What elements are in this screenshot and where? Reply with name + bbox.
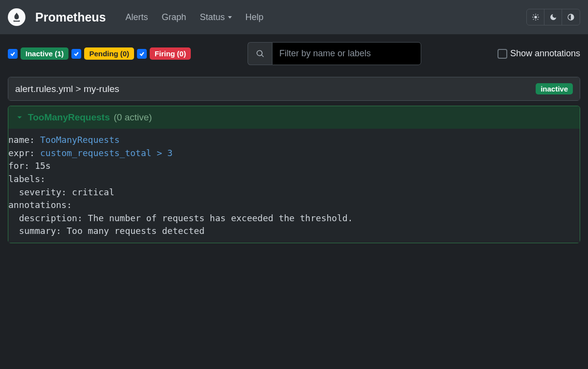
show-annotations-label: Show annotations: [510, 48, 580, 59]
alert-rule-count: (0 active): [114, 112, 152, 123]
sun-icon: [532, 13, 540, 21]
state-filter-toggles: Inactive (1) Pending (0) Firing (0): [8, 47, 191, 60]
content: Inactive (1) Pending (0) Firing (0) Show…: [0, 34, 588, 251]
firing-checkbox[interactable]: [137, 49, 147, 59]
firing-badge[interactable]: Firing (0): [150, 47, 191, 60]
rule-expr-link[interactable]: custom_requests_total > 3: [40, 148, 173, 158]
search-icon: [256, 49, 265, 58]
moon-icon: [549, 13, 557, 21]
theme-light-button[interactable]: [527, 9, 544, 25]
rule-group-path: alert.rules.yml > my-rules: [15, 84, 119, 94]
theme-auto-button[interactable]: [562, 9, 580, 25]
theme-dark-button[interactable]: [544, 9, 562, 25]
alert-rule-name: TooManyRequests: [28, 112, 110, 123]
nav-status[interactable]: Status: [200, 12, 232, 23]
nav-links: Alerts Graph Status Help: [125, 12, 526, 23]
controls-row: Inactive (1) Pending (0) Firing (0) Show…: [8, 42, 580, 65]
pending-checkbox[interactable]: [71, 49, 81, 59]
alert-rule-header[interactable]: TooManyRequests (0 active): [8, 106, 580, 129]
rule-group: alert.rules.yml > my-rules inactive: [8, 77, 580, 101]
search-icon-box: [248, 42, 272, 65]
rule-name-link[interactable]: TooManyRequests: [40, 135, 120, 145]
search-wrap: [248, 42, 421, 65]
chevron-down-icon: [15, 113, 24, 122]
alert-rule: TooManyRequests (0 active) name: TooMany…: [8, 106, 580, 243]
flame-icon: [11, 12, 22, 23]
prometheus-logo[interactable]: [8, 8, 25, 26]
nav-help[interactable]: Help: [246, 12, 264, 23]
show-annotations-checkbox[interactable]: [498, 49, 507, 59]
rule-definition: name: TooManyRequests expr: custom_reque…: [8, 129, 580, 243]
theme-switcher: [526, 9, 580, 25]
inactive-checkbox[interactable]: [8, 49, 18, 59]
rule-group-state-badge: inactive: [536, 83, 573, 94]
navbar: Prometheus Alerts Graph Status Help: [0, 0, 588, 34]
svg-point-0: [534, 16, 537, 18]
nav-graph[interactable]: Graph: [162, 12, 186, 23]
rule-group-header[interactable]: alert.rules.yml > my-rules inactive: [8, 77, 580, 100]
brand-title[interactable]: Prometheus: [35, 10, 106, 24]
contrast-icon: [567, 13, 575, 21]
search-input[interactable]: [272, 42, 421, 65]
show-annotations-toggle[interactable]: Show annotations: [498, 48, 580, 59]
pending-badge[interactable]: Pending (0): [84, 47, 134, 60]
inactive-badge[interactable]: Inactive (1): [21, 47, 68, 60]
nav-alerts[interactable]: Alerts: [125, 12, 148, 23]
